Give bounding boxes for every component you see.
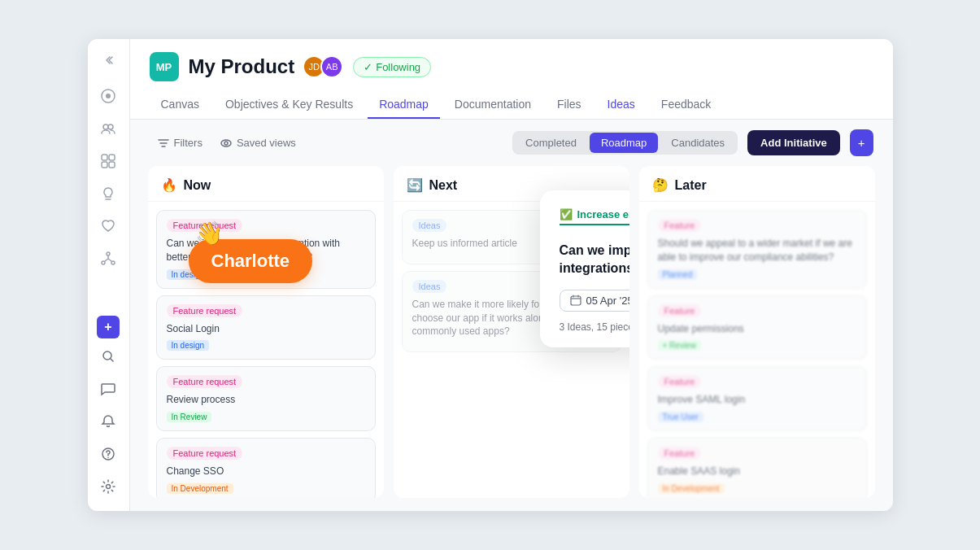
kanban-col-later-body: Feature Should we appeal to a wider mark… — [639, 202, 875, 498]
svg-rect-4 — [102, 155, 107, 160]
kanban-area: 🔥 Now Feature request Can we increase ad… — [130, 166, 893, 511]
tab-files[interactable]: Files — [546, 91, 593, 119]
sidebar-item-settings[interactable] — [94, 472, 123, 501]
later-icon: 🤔 — [652, 177, 669, 193]
tab-roadmap[interactable]: Roadmap — [368, 91, 440, 119]
calendar-icon — [570, 295, 581, 306]
popup-card: ✅ Increase engagement Can we improve eff… — [540, 190, 629, 347]
next-icon: 🔄 — [407, 177, 423, 193]
kanban-col-next: 🔄 Next Ideas Keep us informed article Id… — [394, 166, 629, 498]
sidebar-item-heart[interactable] — [94, 212, 123, 241]
tab-documentation[interactable]: Documentation — [443, 91, 542, 119]
card-text: Update permissions — [658, 322, 856, 336]
popup-engagement-tag: ✅ Increase engagement — [560, 208, 629, 225]
popup-meta: 3 Ideas, 15 pieces of Feedback, and 5 Us… — [560, 321, 629, 333]
add-initiative-button[interactable]: Add Initiative — [747, 130, 840, 155]
sidebar-item-bell[interactable] — [94, 407, 123, 436]
table-row[interactable]: Feature request Review process In Review — [156, 366, 376, 431]
table-row[interactable]: Feature Update permissions + Review — [647, 295, 867, 360]
svg-point-16 — [224, 142, 228, 145]
card-label: In Review — [167, 412, 212, 422]
main-content: MP My Product JD AB ✓ Following Canvas O… — [130, 39, 893, 511]
svg-rect-17 — [571, 296, 581, 305]
status-badge: Feature — [658, 219, 702, 232]
status-badge: Feature — [658, 375, 702, 388]
table-row[interactable]: Feature request Change SSO In Developmen… — [156, 438, 376, 498]
card-label: In Development — [167, 483, 233, 494]
tab-feedback[interactable]: Feedback — [650, 91, 722, 119]
table-row[interactable]: Feature Improve SAML login True User — [647, 366, 867, 431]
user-avatars: JD AB — [307, 55, 343, 78]
svg-point-13 — [107, 457, 109, 459]
saved-views-button[interactable]: Saved views — [220, 137, 296, 149]
card-text: Review process — [167, 393, 365, 407]
svg-point-10 — [111, 261, 115, 264]
status-badge: Feature — [658, 447, 702, 460]
card-text: Improve SAML login — [658, 393, 856, 407]
kanban-col-now: 🔥 Now Feature request Can we increase ad… — [148, 166, 384, 498]
toggle-completed[interactable]: Completed — [514, 133, 588, 153]
tab-okr[interactable]: Objectives & Key Results — [214, 91, 364, 119]
add-plus-button[interactable]: + — [850, 129, 873, 156]
collapse-sidebar-button[interactable] — [97, 49, 120, 72]
popup-question: Can we improve effectiveness by providin… — [560, 242, 629, 278]
sidebar-item-help[interactable] — [94, 439, 123, 469]
card-text: Enable SAAS login — [658, 465, 856, 478]
card-label: In design — [167, 340, 210, 351]
card-label: Planned — [658, 269, 698, 280]
sidebar-item-chat[interactable] — [94, 374, 123, 404]
check-icon: ✓ — [364, 61, 372, 73]
table-row[interactable]: Feature request Social Login In design — [156, 295, 376, 360]
card-text: Should we appeal to a wider market if we… — [658, 237, 856, 264]
card-text: Change SSO — [167, 465, 365, 478]
card-label: + Review — [658, 340, 701, 351]
table-row[interactable]: Feature Enable SAAS login In Development — [647, 438, 867, 498]
nav-tabs: Canvas Objectives & Key Results Roadmap … — [150, 91, 873, 119]
svg-rect-6 — [102, 162, 107, 168]
wave-icon: 👋 — [195, 220, 224, 247]
kanban-col-later-header: 🤔 Later — [639, 166, 875, 202]
svg-point-9 — [102, 261, 105, 264]
charlotte-bubble: 👋 Charlotte — [189, 239, 313, 283]
table-row[interactable]: Feature Should we appeal to a wider mark… — [647, 210, 867, 289]
sidebar: + — [88, 39, 130, 511]
toggle-roadmap[interactable]: Roadmap — [590, 133, 658, 153]
eye-icon — [220, 138, 232, 149]
card-text: Social Login — [167, 322, 365, 336]
kanban-col-later: 🤔 Later Feature Should we appeal to a wi… — [639, 166, 875, 498]
sidebar-item-structure[interactable] — [94, 244, 123, 273]
status-badge: Feature request — [167, 375, 243, 388]
sidebar-item-bulb[interactable] — [94, 179, 123, 208]
svg-point-14 — [107, 485, 111, 489]
svg-point-15 — [221, 140, 231, 146]
add-button[interactable]: + — [97, 316, 120, 338]
kanban-col-now-header: 🔥 Now — [148, 166, 384, 202]
view-toggle: Completed Roadmap Candidates — [512, 131, 738, 155]
card-label: In Development — [658, 483, 725, 494]
header-top: MP My Product JD AB ✓ Following — [150, 52, 873, 81]
status-badge: Feature request — [167, 447, 243, 460]
status-badge: Ideas — [412, 219, 447, 232]
toolbar-left: Filters Saved views — [150, 132, 503, 154]
status-badge: Feature — [658, 304, 702, 317]
svg-rect-7 — [109, 162, 115, 168]
status-badge: Ideas — [412, 280, 447, 293]
tab-canvas[interactable]: Canvas — [150, 91, 211, 119]
svg-point-1 — [106, 94, 111, 98]
card-label: True User — [658, 412, 703, 422]
tab-ideas[interactable]: Ideas — [596, 91, 647, 119]
filter-icon — [158, 138, 169, 149]
following-button[interactable]: ✓ Following — [353, 57, 431, 77]
svg-point-2 — [103, 124, 108, 129]
toolbar: Filters Saved views Completed Roadmap Ca… — [130, 120, 893, 166]
sidebar-item-group[interactable] — [94, 146, 123, 176]
toggle-candidates[interactable]: Candidates — [660, 133, 736, 153]
sidebar-item-search[interactable] — [94, 342, 123, 371]
product-avatar: MP — [150, 52, 179, 81]
sidebar-item-dashboard[interactable] — [94, 81, 123, 111]
now-icon: 🔥 — [161, 177, 177, 193]
avatar: AB — [320, 55, 343, 78]
filters-button[interactable]: Filters — [150, 132, 211, 154]
sidebar-item-team[interactable] — [94, 114, 123, 143]
svg-rect-5 — [109, 155, 115, 160]
